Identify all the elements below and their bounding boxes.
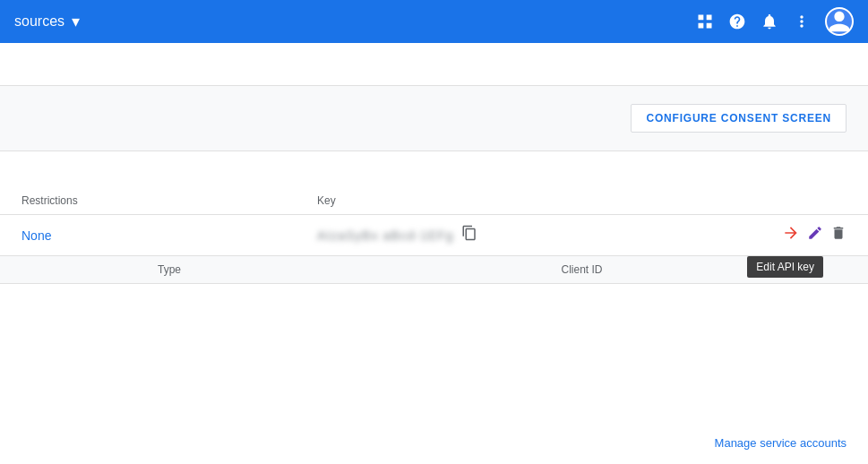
api-keys-table: Restrictions Key None AIzaSyBx aBcd-1EFg bbox=[0, 187, 868, 256]
more-vert-icon[interactable] bbox=[793, 13, 811, 30]
subheader bbox=[0, 43, 868, 86]
footer-area: Manage service accounts bbox=[0, 422, 868, 464]
edit-icon-container: Edit API key bbox=[807, 225, 823, 245]
avatar[interactable] bbox=[825, 7, 854, 36]
edit-api-key-tooltip: Edit API key bbox=[747, 256, 823, 278]
key-header: Key bbox=[317, 194, 847, 207]
table-header-row: Restrictions Key bbox=[0, 187, 868, 215]
configure-section: CONFIGURE CONSENT SCREEN bbox=[0, 86, 868, 151]
oauth-section: Type Client ID bbox=[0, 256, 868, 284]
restrictions-header: Restrictions bbox=[21, 194, 317, 207]
oauth-header-row: Type Client ID bbox=[0, 256, 868, 284]
top-nav: sources ▾ bbox=[0, 0, 868, 43]
table-row: None AIzaSyBx aBcd-1EFg bbox=[0, 215, 868, 256]
configure-consent-button[interactable]: CONFIGURE CONSENT SCREEN bbox=[631, 104, 847, 133]
page-wrapper: sources ▾ bbox=[0, 0, 868, 464]
manage-service-accounts-link[interactable]: Manage service accounts bbox=[715, 436, 847, 450]
spacer bbox=[0, 151, 868, 187]
grid-icon[interactable] bbox=[696, 13, 714, 30]
key-value-cell: AIzaSyBx aBcd-1EFg bbox=[317, 225, 782, 245]
arrow-icon bbox=[782, 224, 800, 246]
nav-dropdown-icon[interactable]: ▾ bbox=[72, 12, 80, 31]
help-icon[interactable] bbox=[728, 13, 746, 30]
bell-icon[interactable] bbox=[761, 13, 778, 30]
api-key-text: AIzaSyBx aBcd-1EFg bbox=[317, 228, 454, 243]
top-nav-right bbox=[696, 7, 854, 36]
edit-api-key-icon[interactable] bbox=[807, 227, 823, 245]
copy-icon[interactable] bbox=[461, 225, 477, 245]
restrictions-value[interactable]: None bbox=[21, 228, 317, 243]
nav-title: sources bbox=[14, 13, 64, 30]
row-actions: Edit API key bbox=[782, 224, 847, 246]
delete-api-key-icon[interactable] bbox=[830, 225, 847, 245]
type-header: Type bbox=[21, 263, 317, 276]
top-nav-left: sources ▾ bbox=[14, 12, 80, 31]
